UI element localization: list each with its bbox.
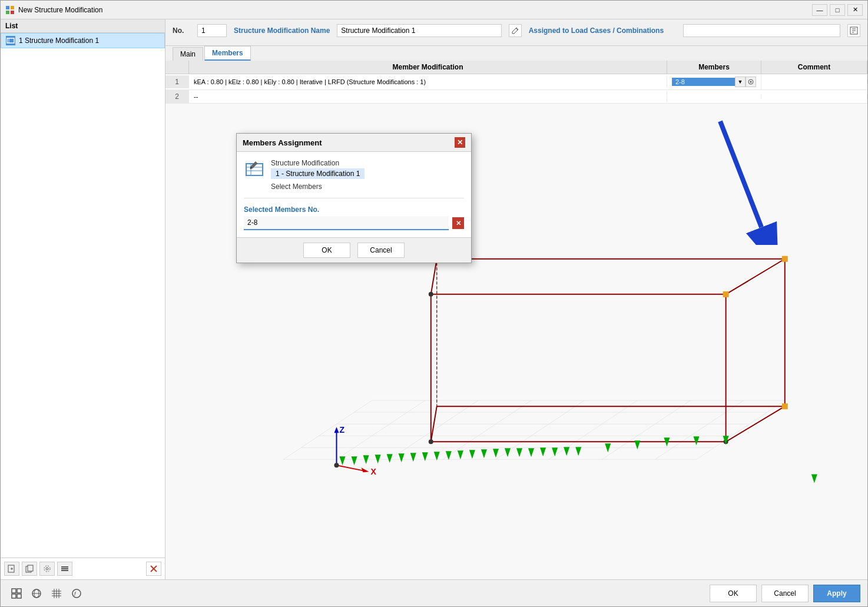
svg-marker-78 xyxy=(505,448,511,457)
copy-item-button[interactable] xyxy=(22,562,37,576)
svg-rect-61 xyxy=(723,291,729,297)
select-members-label: Select Members xyxy=(271,183,365,191)
svg-marker-95 xyxy=(362,467,369,472)
members-dropdown-button[interactable]: ▼ xyxy=(735,77,746,87)
structure-modification-label: Structure Modification xyxy=(271,159,365,167)
svg-marker-88 xyxy=(694,436,700,445)
new-item-button[interactable] xyxy=(4,562,19,576)
list-item[interactable]: 1 Structure Modification 1 xyxy=(1,33,165,48)
name-input[interactable] xyxy=(337,24,501,37)
window-controls: — □ ✕ xyxy=(812,4,863,16)
settings-button[interactable] xyxy=(39,562,55,576)
selected-members-label: Selected Members No. xyxy=(244,205,464,214)
svg-rect-3 xyxy=(11,11,14,14)
svg-text:X: X xyxy=(371,467,377,476)
view-tool-button[interactable] xyxy=(8,585,25,602)
ok-button[interactable]: OK xyxy=(710,585,757,602)
svg-rect-109 xyxy=(17,594,21,598)
window-title: New Structure Modification xyxy=(18,6,812,14)
dialog-close-button[interactable]: ✕ xyxy=(455,137,465,148)
svg-marker-86 xyxy=(634,440,640,449)
svg-point-57 xyxy=(429,439,433,444)
dialog-title-bar: Members Assignment ✕ xyxy=(237,134,471,152)
members-picker-button[interactable] xyxy=(746,77,756,87)
cell-row2-comment xyxy=(761,94,867,99)
table-area: Member Modification Members Comment 1 kE… xyxy=(165,61,867,104)
svg-rect-0 xyxy=(6,6,9,9)
svg-rect-2 xyxy=(6,11,9,14)
list-item-icon xyxy=(6,36,15,45)
tab-main[interactable]: Main xyxy=(173,47,203,61)
table-row: 1 kEA : 0.80 | kElz : 0.80 | kEly : 0.80… xyxy=(165,74,867,90)
maximize-button[interactable]: □ xyxy=(830,4,845,16)
selected-members-input[interactable] xyxy=(244,216,449,230)
dialog-body: Structure Modification 1 - Structure Mod… xyxy=(237,152,471,237)
svg-line-36 xyxy=(549,400,637,459)
svg-marker-64 xyxy=(339,456,345,465)
list-header: List xyxy=(1,19,165,33)
svg-rect-4 xyxy=(7,38,14,43)
svg-marker-90 xyxy=(811,474,817,483)
svg-rect-107 xyxy=(17,589,21,593)
assigned-label: Assigned to Load Cases / Combinations xyxy=(529,26,676,35)
svg-line-38 xyxy=(655,400,743,459)
form-area: No. Structure Modification Name Assigned… xyxy=(165,19,867,46)
dialog-icon xyxy=(244,159,265,180)
svg-point-53 xyxy=(429,292,433,297)
svg-marker-70 xyxy=(410,453,416,462)
members-assignment-dialog: Members Assignment ✕ xyxy=(236,133,472,263)
tabs-bar: Main Members xyxy=(165,46,867,61)
svg-rect-106 xyxy=(12,589,16,593)
list-item-label: 1 Structure Modification 1 xyxy=(19,37,99,45)
svg-rect-14 xyxy=(61,568,68,569)
close-button[interactable]: ✕ xyxy=(847,4,863,16)
svg-marker-82 xyxy=(552,447,558,456)
list-bottom-toolbar xyxy=(1,558,165,579)
minimize-button[interactable]: — xyxy=(812,4,827,16)
blue-arrow xyxy=(703,115,779,245)
svg-marker-66 xyxy=(363,455,369,464)
dialog-ok-button[interactable]: OK xyxy=(303,243,350,258)
dialog-footer: OK Cancel xyxy=(237,237,471,263)
cell-row1-mod: kEA : 0.80 | kElz : 0.80 | kEly : 0.80 |… xyxy=(189,76,667,88)
no-input[interactable] xyxy=(197,24,227,37)
svg-marker-74 xyxy=(458,450,463,459)
cell-row1-no: 1 xyxy=(165,75,189,88)
svg-marker-72 xyxy=(434,452,440,460)
more-button[interactable] xyxy=(57,562,72,576)
svg-marker-76 xyxy=(481,449,487,458)
svg-marker-92 xyxy=(334,427,339,433)
svg-point-12 xyxy=(44,566,50,572)
title-bar: New Structure Modification — □ ✕ xyxy=(1,1,867,19)
svg-marker-68 xyxy=(387,454,393,463)
svg-line-46 xyxy=(431,259,437,294)
svg-line-47 xyxy=(726,259,785,294)
bottom-tools: f xyxy=(8,585,85,602)
svg-rect-15 xyxy=(61,570,68,571)
app-icon xyxy=(5,5,15,15)
svg-line-33 xyxy=(390,400,478,459)
edit-name-button[interactable] xyxy=(509,24,522,37)
table-row: 2 -- xyxy=(165,90,867,104)
bottom-bar: f OK Cancel Apply xyxy=(1,579,867,606)
svg-rect-1 xyxy=(11,6,14,9)
assigned-picker-button[interactable] xyxy=(847,24,860,37)
dialog-info-section: Structure Modification 1 - Structure Mod… xyxy=(244,159,464,198)
structure-modification-value: 1 - Structure Modification 1 xyxy=(271,168,365,179)
svg-marker-81 xyxy=(540,447,546,456)
svg-marker-67 xyxy=(375,455,381,463)
grid-tool-button[interactable] xyxy=(48,585,65,602)
delete-button[interactable] xyxy=(146,562,161,576)
script-tool-button[interactable]: f xyxy=(68,585,85,602)
clear-selection-button[interactable]: ✕ xyxy=(452,217,464,229)
tab-members[interactable]: Members xyxy=(204,46,251,61)
svg-marker-84 xyxy=(575,447,581,456)
assigned-input[interactable] xyxy=(683,24,840,37)
dialog-info: Structure Modification 1 - Structure Mod… xyxy=(271,159,365,191)
cancel-button[interactable]: Cancel xyxy=(761,585,809,602)
svg-text:Z: Z xyxy=(339,425,344,434)
render-tool-button[interactable] xyxy=(28,585,45,602)
apply-button[interactable]: Apply xyxy=(813,585,860,602)
form-row-1: No. Structure Modification Name Assigned… xyxy=(173,24,860,37)
dialog-cancel-button[interactable]: Cancel xyxy=(357,243,405,258)
